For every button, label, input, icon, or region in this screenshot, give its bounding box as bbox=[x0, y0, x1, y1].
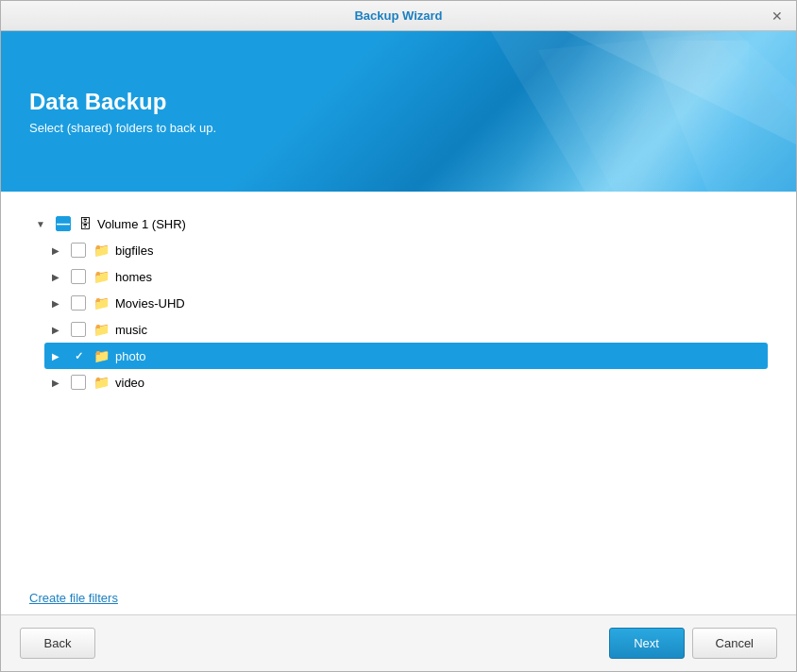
cancel-button[interactable]: Cancel bbox=[692, 628, 777, 659]
folder-icon-photo: 📁 bbox=[93, 348, 110, 363]
folder-icon-movies: 📁 bbox=[93, 295, 110, 311]
close-button[interactable]: ✕ bbox=[768, 7, 787, 25]
back-button[interactable]: Back bbox=[20, 628, 95, 659]
label-bigfiles: bigfiles bbox=[115, 244, 153, 258]
root-expander[interactable]: ▼ bbox=[33, 216, 48, 231]
expander-bigfiles[interactable]: ▶ bbox=[48, 243, 63, 258]
list-item[interactable]: ▶ 📁 bigfiles bbox=[44, 237, 768, 263]
window-title: Backup Wizard bbox=[354, 8, 442, 23]
checkbox-photo[interactable]: ✓ bbox=[71, 348, 86, 363]
create-file-filters-link[interactable]: Create file filters bbox=[29, 591, 118, 605]
list-item[interactable]: ▶ 📁 homes bbox=[44, 263, 768, 290]
label-homes: homes bbox=[115, 270, 152, 284]
database-icon: 🗄 bbox=[78, 216, 92, 231]
root-label: Volume 1 (SHR) bbox=[97, 217, 186, 231]
content-area: ▼ — 🗄 Volume 1 (SHR) ▶ 📁 bigfiles ▶ 📁 ho… bbox=[1, 192, 796, 591]
banner-subtitle: Select (shared) folders to back up. bbox=[29, 121, 768, 135]
label-music: music bbox=[115, 323, 147, 337]
next-button[interactable]: Next bbox=[609, 628, 685, 659]
checkbox-music[interactable] bbox=[71, 322, 86, 337]
title-bar: Backup Wizard ✕ bbox=[1, 1, 796, 31]
expander-music[interactable]: ▶ bbox=[48, 322, 63, 337]
right-buttons: Next Cancel bbox=[609, 628, 777, 659]
expander-video[interactable]: ▶ bbox=[48, 375, 63, 390]
root-checkbox[interactable]: — bbox=[56, 216, 71, 231]
header-banner: Data Backup Select (shared) folders to b… bbox=[1, 31, 796, 192]
label-movies: Movies-UHD bbox=[115, 296, 185, 311]
list-item[interactable]: ▶ 📁 Movies-UHD bbox=[44, 290, 768, 316]
list-item-selected[interactable]: ▶ ✓ 📁 photo bbox=[44, 343, 768, 369]
banner-title: Data Backup bbox=[29, 89, 768, 115]
bottom-bar: Back Next Cancel bbox=[1, 614, 796, 671]
checkbox-video[interactable] bbox=[71, 375, 86, 390]
label-photo: photo bbox=[115, 349, 146, 363]
folder-icon-music: 📁 bbox=[93, 322, 110, 337]
wizard-window: Backup Wizard ✕ Data Backup Select (shar… bbox=[0, 0, 797, 672]
checkbox-homes[interactable] bbox=[71, 269, 86, 284]
expander-movies[interactable]: ▶ bbox=[48, 295, 63, 311]
tree-children: ▶ 📁 bigfiles ▶ 📁 homes ▶ 📁 Movies-UHD bbox=[44, 237, 768, 395]
folder-icon-video: 📁 bbox=[93, 375, 110, 390]
footer-link-area: Create file filters bbox=[1, 591, 796, 614]
list-item[interactable]: ▶ 📁 music bbox=[44, 316, 768, 343]
expander-homes[interactable]: ▶ bbox=[48, 269, 63, 284]
list-item[interactable]: ▶ 📁 video bbox=[44, 369, 768, 395]
folder-icon-homes: 📁 bbox=[93, 269, 110, 284]
checkbox-bigfiles[interactable] bbox=[71, 243, 86, 258]
tree-root-item[interactable]: ▼ — 🗄 Volume 1 (SHR) bbox=[29, 210, 768, 237]
label-video: video bbox=[115, 376, 144, 390]
folder-icon-bigfiles: 📁 bbox=[93, 243, 110, 258]
expander-photo[interactable]: ▶ bbox=[48, 348, 63, 363]
checkbox-movies[interactable] bbox=[71, 295, 86, 311]
